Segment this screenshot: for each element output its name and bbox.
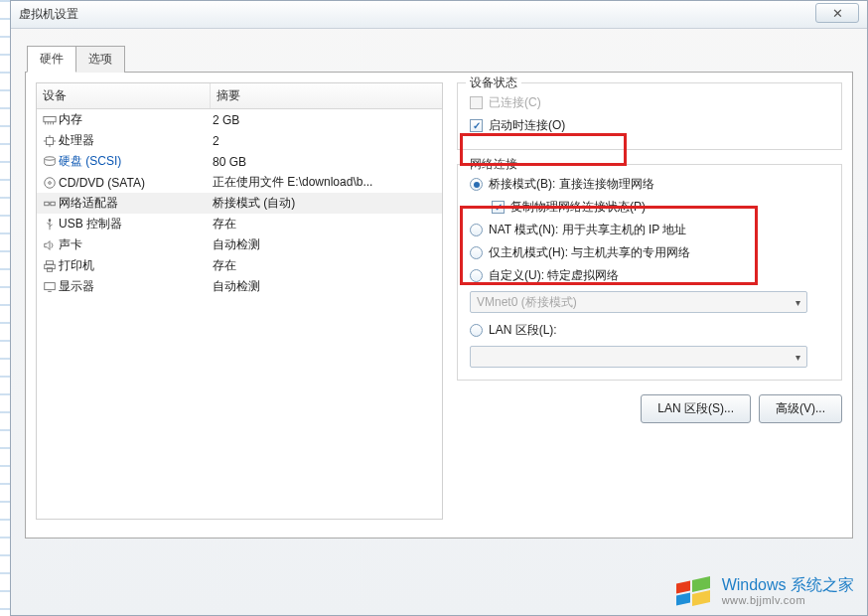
lan-segment-radio[interactable] bbox=[470, 324, 483, 337]
net-icon bbox=[41, 197, 59, 211]
advanced-button[interactable]: 高级(V)... bbox=[759, 394, 842, 423]
replicate-checkbox[interactable]: ✓ bbox=[492, 201, 505, 214]
cd-icon bbox=[41, 176, 59, 190]
device-state-group: 设备状态 ✓ 已连接(C) ✓ 启动时连接(O) bbox=[457, 82, 842, 150]
svg-rect-14 bbox=[51, 202, 55, 206]
svg-point-11 bbox=[45, 177, 56, 188]
lan-segments-button[interactable]: LAN 区段(S)... bbox=[641, 394, 751, 423]
custom-radio[interactable] bbox=[470, 269, 483, 282]
device-state-legend: 设备状态 bbox=[466, 75, 521, 91]
sound-icon bbox=[41, 238, 59, 252]
device-row[interactable]: 声卡自动检测 bbox=[37, 234, 442, 255]
display-icon bbox=[41, 280, 59, 294]
device-row[interactable]: 打印机存在 bbox=[37, 255, 442, 276]
device-summary: 80 GB bbox=[213, 155, 438, 169]
custom-label: 自定义(U): 特定虚拟网络 bbox=[489, 267, 619, 284]
printer-icon bbox=[41, 259, 59, 273]
hostonly-label: 仅主机模式(H): 与主机共享的专用网络 bbox=[489, 244, 690, 261]
device-summary: 2 bbox=[213, 134, 438, 148]
connected-label: 已连接(C) bbox=[489, 94, 541, 111]
svg-rect-21 bbox=[45, 282, 56, 289]
nat-radio[interactable] bbox=[470, 224, 483, 236]
device-summary: 存在 bbox=[213, 257, 438, 274]
device-row[interactable]: 显示器自动检测 bbox=[37, 276, 442, 297]
usb-icon bbox=[41, 218, 59, 231]
bridged-label: 桥接模式(B): 直接连接物理网络 bbox=[489, 176, 654, 193]
watermark-main: Windows 系统之家 bbox=[722, 576, 854, 594]
device-summary: 自动检测 bbox=[213, 278, 438, 295]
titlebar: 虚拟机设置 ✕ bbox=[11, 1, 867, 29]
device-row[interactable]: CD/DVD (SATA)正在使用文件 E:\download\b... bbox=[37, 172, 442, 193]
memory-icon bbox=[41, 113, 59, 127]
device-name: 网络适配器 bbox=[59, 195, 213, 212]
device-summary: 正在使用文件 E:\download\b... bbox=[213, 174, 438, 191]
device-name: 打印机 bbox=[59, 257, 213, 274]
connected-checkbox: ✓ bbox=[470, 96, 483, 109]
device-row[interactable]: USB 控制器存在 bbox=[37, 214, 442, 234]
device-row[interactable]: 内存2 GB bbox=[37, 109, 442, 130]
svg-rect-13 bbox=[45, 202, 49, 206]
svg-point-10 bbox=[45, 156, 56, 160]
close-icon: ✕ bbox=[832, 6, 843, 21]
lan-segment-select: ▾ bbox=[470, 346, 807, 368]
bridged-radio[interactable] bbox=[470, 178, 483, 191]
svg-rect-5 bbox=[47, 137, 54, 144]
hostonly-radio[interactable] bbox=[470, 246, 483, 259]
button-row: LAN 区段(S)... 高级(V)... bbox=[457, 394, 842, 423]
device-list-header: 设备 摘要 bbox=[37, 83, 442, 109]
tab-hardware[interactable]: 硬件 bbox=[27, 46, 76, 73]
disk-icon bbox=[41, 155, 59, 169]
watermark: Windows 系统之家 www.bjjmlv.com bbox=[676, 574, 854, 608]
lan-segment-label: LAN 区段(L): bbox=[489, 322, 557, 339]
device-name: 内存 bbox=[59, 111, 213, 128]
col-header-summary[interactable]: 摘要 bbox=[211, 83, 442, 108]
network-legend: 网络连接 bbox=[466, 156, 521, 173]
device-name: CD/DVD (SATA) bbox=[59, 176, 213, 190]
svg-point-12 bbox=[49, 181, 52, 184]
custom-network-select: VMnet0 (桥接模式) ▾ bbox=[470, 291, 807, 313]
col-header-device[interactable]: 设备 bbox=[37, 83, 211, 108]
vm-settings-dialog: 虚拟机设置 ✕ 硬件 选项 设备 摘要 内存2 GB处理器2硬盘 (SCSI)8… bbox=[10, 0, 868, 616]
window-title: 虚拟机设置 bbox=[19, 6, 78, 23]
chevron-down-icon: ▾ bbox=[796, 352, 800, 363]
custom-network-value: VMnet0 (桥接模式) bbox=[477, 294, 577, 311]
svg-rect-18 bbox=[47, 260, 54, 264]
device-summary: 自动检测 bbox=[213, 236, 438, 253]
device-name: 显示器 bbox=[59, 278, 213, 295]
svg-rect-0 bbox=[44, 116, 56, 121]
tab-panel-hardware: 设备 摘要 内存2 GB处理器2硬盘 (SCSI)80 GBCD/DVD (SA… bbox=[25, 72, 853, 539]
close-button[interactable]: ✕ bbox=[815, 3, 859, 23]
device-row[interactable]: 网络适配器桥接模式 (自动) bbox=[37, 193, 442, 214]
device-name: 硬盘 (SCSI) bbox=[59, 153, 213, 170]
device-summary: 2 GB bbox=[213, 113, 438, 127]
nat-label: NAT 模式(N): 用于共享主机的 IP 地址 bbox=[489, 222, 686, 238]
connect-on-start-checkbox[interactable]: ✓ bbox=[470, 119, 483, 132]
device-name: 声卡 bbox=[59, 236, 213, 253]
cpu-icon bbox=[41, 134, 59, 148]
connect-on-start-label: 启动时连接(O) bbox=[489, 117, 565, 134]
device-summary: 桥接模式 (自动) bbox=[213, 195, 438, 212]
device-name: USB 控制器 bbox=[59, 216, 213, 232]
chevron-down-icon: ▾ bbox=[796, 297, 800, 308]
replicate-label: 复制物理网络连接状态(P) bbox=[510, 199, 646, 216]
tabs: 硬件 选项 bbox=[27, 45, 853, 72]
network-connection-group: 网络连接 桥接模式(B): 直接连接物理网络 ✓ 复制物理网络连接状态(P) N… bbox=[457, 164, 842, 381]
windows-logo-icon bbox=[676, 574, 714, 608]
device-row[interactable]: 硬盘 (SCSI)80 GB bbox=[37, 151, 442, 172]
device-name: 处理器 bbox=[59, 132, 213, 149]
device-list: 设备 摘要 内存2 GB处理器2硬盘 (SCSI)80 GBCD/DVD (SA… bbox=[36, 82, 443, 520]
tab-options[interactable]: 选项 bbox=[75, 46, 125, 73]
svg-point-17 bbox=[49, 219, 52, 222]
watermark-sub: www.bjjmlv.com bbox=[722, 594, 854, 606]
device-row[interactable]: 处理器2 bbox=[37, 130, 442, 151]
device-summary: 存在 bbox=[213, 216, 438, 232]
